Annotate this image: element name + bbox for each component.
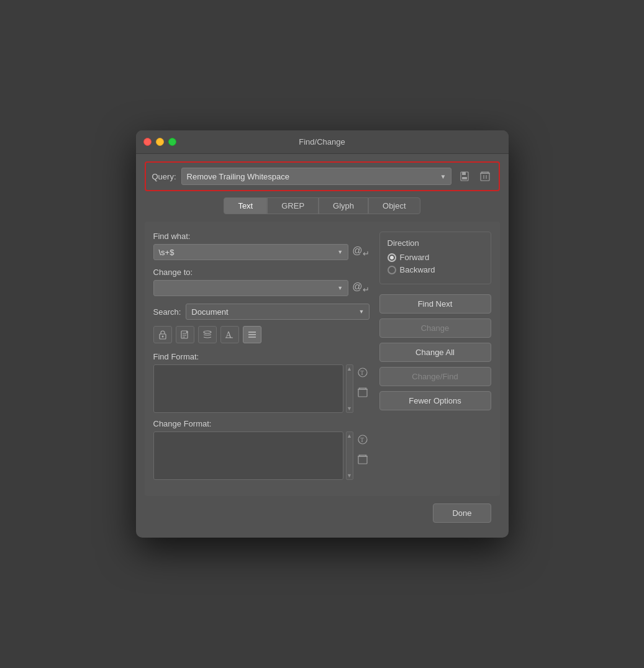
change-format-section: Change Format: ▲ ▼ T (153, 419, 370, 480)
change-button[interactable]: Change (379, 318, 491, 338)
svg-text:A: A (225, 330, 232, 340)
svg-text:T: T (360, 369, 364, 376)
direction-box: Direction Forward Backward (379, 232, 491, 284)
right-panel: Direction Forward Backward Find Next (379, 232, 491, 486)
change-format-clear-button[interactable] (356, 453, 370, 469)
svg-rect-31 (358, 456, 367, 464)
search-label: Search: (153, 307, 181, 317)
minimize-button[interactable] (156, 138, 164, 146)
window-content: Query: Remove Trailing Whitespace (136, 154, 509, 538)
change-format-scrollbar: ▲ ▼ (346, 431, 353, 480)
tab-grep[interactable]: GREP (267, 197, 319, 214)
forward-radio-row[interactable]: Forward (388, 253, 483, 262)
svg-text:T: T (360, 436, 364, 443)
change-format-specials-button[interactable]: T (356, 433, 370, 449)
backward-radio[interactable] (388, 266, 396, 274)
find-what-section: Find what: \s+$ @↵ (153, 232, 370, 260)
delete-query-button[interactable] (478, 169, 492, 183)
find-format-icons: T (356, 364, 370, 413)
find-what-label: Find what: (153, 232, 370, 241)
query-select-wrapper: Remove Trailing Whitespace (181, 168, 451, 185)
search-select-wrapper: Document Story Selection All Documents (186, 304, 369, 320)
change-format-label: Change Format: (153, 419, 370, 428)
tab-object[interactable]: Object (368, 197, 420, 214)
svg-point-11 (161, 336, 163, 338)
done-button[interactable]: Done (433, 503, 491, 523)
find-format-clear-button[interactable] (356, 386, 370, 402)
find-format-section: Find Format: ▲ ▼ T (153, 352, 370, 413)
change-format-area: ▲ ▼ T (153, 431, 370, 480)
svg-rect-1 (462, 172, 466, 175)
change-to-label: Change to: (153, 268, 370, 277)
query-row: Query: Remove Trailing Whitespace (145, 161, 500, 191)
find-format-textarea[interactable] (153, 364, 343, 413)
backward-radio-row[interactable]: Backward (388, 265, 483, 274)
change-format-icons: T (356, 431, 370, 480)
titlebar: Find/Change (136, 130, 509, 154)
doc-icon-button[interactable] (176, 326, 194, 343)
fewer-options-button[interactable]: Fewer Options (379, 391, 491, 410)
svg-point-16 (204, 331, 211, 333)
scroll-down-arrow[interactable]: ▼ (347, 405, 352, 412)
traffic-lights (143, 138, 176, 146)
tab-text[interactable]: Text (224, 197, 267, 214)
toolbar-icons: A (153, 326, 370, 343)
layers-icon-button[interactable] (198, 326, 217, 343)
save-query-button[interactable] (456, 169, 473, 183)
main-content: Find what: \s+$ @↵ Change to: (145, 222, 500, 496)
change-to-specials-icon[interactable]: @↵ (352, 281, 369, 294)
find-next-button[interactable]: Find Next (379, 294, 491, 314)
find-format-area: ▲ ▼ T (153, 364, 370, 413)
change-to-row: @↵ (153, 280, 370, 296)
find-what-input[interactable]: \s+$ (153, 244, 349, 260)
forward-radio[interactable] (388, 253, 396, 262)
tab-glyph[interactable]: Glyph (319, 197, 368, 214)
change-find-button[interactable]: Change/Find (379, 367, 491, 386)
direction-title: Direction (388, 238, 483, 248)
svg-rect-3 (481, 173, 489, 181)
find-what-specials-icon[interactable]: @↵ (352, 245, 369, 258)
change-scroll-up-arrow[interactable]: ▲ (347, 433, 352, 439)
find-change-window: Find/Change Query: Remove Trailing White… (136, 130, 509, 538)
find-what-row: \s+$ @↵ (153, 244, 370, 260)
list-icon-button[interactable] (243, 326, 261, 343)
query-label: Query: (152, 172, 176, 181)
svg-rect-24 (358, 389, 367, 397)
scroll-up-arrow[interactable]: ▲ (347, 366, 352, 372)
search-select[interactable]: Document Story Selection All Documents (186, 304, 369, 320)
lock-icon-button[interactable] (153, 326, 172, 343)
find-format-specials-button[interactable]: T (356, 366, 370, 382)
close-button[interactable] (143, 138, 152, 146)
backward-label: Backward (400, 265, 435, 274)
find-format-scrollbar: ▲ ▼ (346, 364, 353, 413)
tabs-row: Text GREP Glyph Object (145, 197, 500, 214)
change-scroll-down-arrow[interactable]: ▼ (347, 472, 352, 479)
svg-rect-2 (462, 177, 467, 179)
done-row: Done (145, 496, 500, 529)
window-title: Find/Change (299, 137, 345, 147)
change-to-input[interactable] (153, 280, 349, 296)
maximize-button[interactable] (168, 138, 176, 146)
font-icon-button[interactable]: A (220, 326, 239, 343)
left-panel: Find what: \s+$ @↵ Change to: (153, 232, 370, 486)
change-format-textarea[interactable] (153, 431, 343, 480)
search-row: Search: Document Story Selection All Doc… (153, 304, 370, 320)
query-select[interactable]: Remove Trailing Whitespace (181, 168, 451, 185)
change-to-section: Change to: @↵ (153, 268, 370, 296)
change-all-button[interactable]: Change All (379, 343, 491, 362)
forward-label: Forward (400, 253, 430, 262)
find-format-label: Find Format: (153, 352, 370, 361)
